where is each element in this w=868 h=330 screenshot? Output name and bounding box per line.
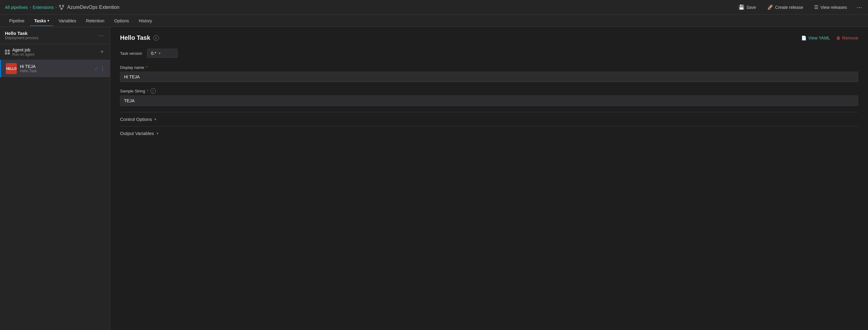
task-version-select[interactable]: 0.* ▾ bbox=[147, 49, 178, 58]
task-thumbnail: HELLO bbox=[6, 63, 17, 74]
tab-variables[interactable]: Variables bbox=[55, 16, 81, 26]
agent-icon-cell-3 bbox=[5, 52, 7, 55]
breadcrumb-all-pipelines[interactable]: All pipelines bbox=[5, 5, 28, 10]
deployment-more-button[interactable]: ⋯ bbox=[97, 31, 105, 40]
tab-options[interactable]: Options bbox=[110, 16, 133, 26]
main-layout: Hello Task Deployment process ⋯ Agent jo… bbox=[0, 27, 868, 330]
display-name-label: Display name * bbox=[120, 65, 858, 70]
remove-button[interactable]: 🗑 Remove bbox=[836, 35, 858, 40]
control-options-section[interactable]: Control Options ▾ bbox=[120, 112, 858, 126]
agent-icon-cell-4 bbox=[8, 52, 10, 55]
view-releases-button[interactable]: ☰ View releases bbox=[812, 3, 849, 11]
display-name-group: Display name * bbox=[120, 65, 858, 82]
nav-tabs: Pipeline Tasks ▾ Variables Retention Opt… bbox=[0, 15, 868, 27]
yaml-icon: 📄 bbox=[801, 35, 806, 40]
output-variables-chevron-icon: ▾ bbox=[156, 131, 158, 136]
view-yaml-button[interactable]: 📄 View YAML bbox=[801, 35, 830, 40]
task-version-label: Task version bbox=[120, 51, 142, 56]
sample-string-input[interactable] bbox=[120, 96, 858, 106]
task-name: Hi TEJA bbox=[20, 64, 91, 69]
tab-tasks[interactable]: Tasks ▾ bbox=[30, 16, 53, 26]
tab-history[interactable]: History bbox=[134, 16, 156, 26]
pipeline-icon bbox=[59, 4, 65, 10]
output-variables-section[interactable]: Output Variables ▾ bbox=[120, 126, 858, 140]
task-detail-actions: 📄 View YAML 🗑 Remove bbox=[801, 35, 858, 40]
list-icon: ☰ bbox=[814, 4, 818, 10]
sample-string-info-icon[interactable]: i bbox=[150, 88, 156, 94]
svg-rect-1 bbox=[62, 5, 64, 7]
task-info-icon[interactable]: i bbox=[153, 35, 159, 41]
save-icon: 💾 bbox=[739, 4, 745, 10]
breadcrumb-extensions[interactable]: Extensions bbox=[33, 5, 54, 10]
agent-job-info: Agent job Run on agent bbox=[12, 47, 34, 57]
control-options-chevron-icon: ▾ bbox=[154, 117, 156, 122]
task-actions: ✓ ⋮ bbox=[94, 66, 105, 72]
breadcrumb-sep-2: › bbox=[56, 5, 57, 9]
deployment-header: Hello Task Deployment process ⋯ bbox=[0, 27, 110, 44]
version-chevron-icon: ▾ bbox=[159, 51, 160, 56]
display-name-input[interactable] bbox=[120, 72, 858, 82]
version-row: Task version 0.* ▾ bbox=[120, 49, 858, 58]
agent-job-title: Agent job bbox=[12, 47, 34, 52]
deployment-subtitle: Deployment process bbox=[5, 36, 38, 40]
svg-rect-2 bbox=[61, 8, 62, 10]
top-actions: 💾 Save 🚀 Create release ☰ View releases … bbox=[736, 2, 863, 12]
deployment-title: Hello Task bbox=[5, 31, 38, 36]
agent-job-subtitle: Run on agent bbox=[12, 52, 34, 57]
page-title: AzureDevOps Extention bbox=[67, 5, 119, 10]
create-release-button[interactable]: 🚀 Create release bbox=[765, 3, 806, 11]
task-subtitle: Hello Task bbox=[20, 69, 91, 73]
task-kebab-button[interactable]: ⋮ bbox=[100, 66, 105, 72]
agent-icon-cell-1 bbox=[5, 50, 7, 52]
sample-string-required: * bbox=[147, 89, 149, 93]
check-icon: ✓ bbox=[94, 66, 98, 72]
rocket-icon: 🚀 bbox=[767, 4, 773, 10]
agent-job-left: Agent job Run on agent bbox=[5, 47, 34, 57]
add-task-button[interactable]: + bbox=[99, 47, 105, 57]
sample-string-label: Sample String * i bbox=[120, 88, 858, 94]
deployment-info: Hello Task Deployment process bbox=[5, 31, 38, 40]
tab-pipeline[interactable]: Pipeline bbox=[5, 16, 29, 26]
save-button[interactable]: 💾 Save bbox=[736, 3, 759, 11]
display-name-required: * bbox=[146, 65, 148, 70]
left-panel: Hello Task Deployment process ⋯ Agent jo… bbox=[0, 27, 110, 330]
chevron-down-icon: ▾ bbox=[48, 19, 49, 22]
task-detail-header: Hello Task i 📄 View YAML 🗑 Remove bbox=[120, 34, 858, 41]
agent-icon bbox=[5, 50, 10, 55]
agent-icon-cell-2 bbox=[8, 50, 10, 52]
breadcrumb: All pipelines › Extensions › AzureDevOps… bbox=[5, 4, 119, 10]
breadcrumb-sep-1: › bbox=[30, 5, 31, 9]
tab-retention[interactable]: Retention bbox=[82, 16, 109, 26]
breadcrumb-current: AzureDevOps Extention bbox=[59, 4, 119, 10]
output-variables-header: Output Variables ▾ bbox=[120, 131, 858, 136]
sample-string-group: Sample String * i bbox=[120, 88, 858, 106]
trash-icon: 🗑 bbox=[836, 35, 840, 40]
top-bar: All pipelines › Extensions › AzureDevOps… bbox=[0, 0, 868, 15]
list-item[interactable]: HELLO Hi TEJA Hello Task ✓ ⋮ bbox=[0, 60, 110, 77]
task-detail-title: Hello Task i bbox=[120, 34, 159, 41]
task-info: Hi TEJA Hello Task bbox=[20, 64, 91, 73]
svg-rect-0 bbox=[59, 5, 61, 7]
control-options-header: Control Options ▾ bbox=[120, 117, 858, 122]
more-options-button[interactable]: ··· bbox=[856, 2, 863, 12]
agent-job: Agent job Run on agent + bbox=[0, 44, 110, 60]
right-panel: Hello Task i 📄 View YAML 🗑 Remove Task v… bbox=[110, 27, 868, 330]
